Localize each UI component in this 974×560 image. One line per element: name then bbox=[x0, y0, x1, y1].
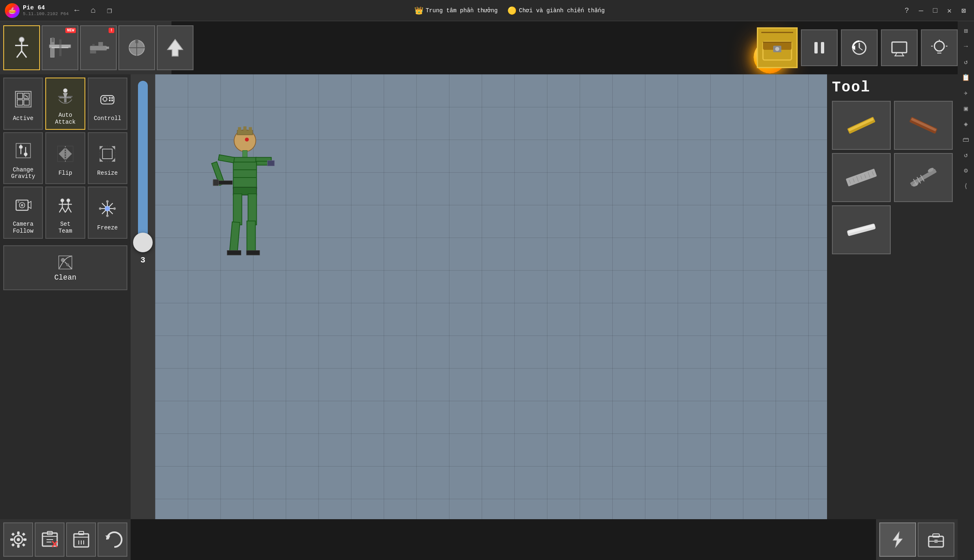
app-name: Pie 64 bbox=[23, 4, 67, 11]
svg-rect-45 bbox=[24, 100, 29, 105]
tool-item-4[interactable] bbox=[894, 153, 953, 202]
svg-point-86 bbox=[67, 199, 70, 202]
svg-rect-44 bbox=[24, 93, 29, 99]
auto-attack-button[interactable]: AutoAttack bbox=[45, 78, 85, 130]
controll-label: Controll bbox=[94, 115, 121, 122]
play-win-label: Chơi và giành chiến thắng bbox=[519, 7, 605, 14]
stickman-character[interactable] bbox=[208, 123, 290, 287]
tool-item-1[interactable] bbox=[832, 101, 891, 150]
slider-thumb[interactable] bbox=[133, 233, 153, 252]
svg-point-84 bbox=[18, 201, 19, 203]
tool-item-3[interactable] bbox=[832, 153, 891, 202]
right-panel-settings-icon[interactable]: ⚙ bbox=[959, 164, 972, 177]
right-panel-refresh-icon[interactable]: ↺ bbox=[959, 56, 972, 69]
right-panel-grid-icon[interactable]: ⊞ bbox=[959, 24, 972, 38]
crown-icon: 👑 bbox=[414, 6, 423, 15]
home-button[interactable]: ⌂ bbox=[85, 2, 101, 19]
svg-rect-126 bbox=[248, 194, 257, 225]
controll-button[interactable]: Controll bbox=[88, 78, 127, 130]
pause-button[interactable] bbox=[801, 29, 838, 66]
svg-rect-125 bbox=[229, 222, 240, 253]
clear-style-button[interactable] bbox=[35, 522, 64, 557]
top-toolbar: NEW ! bbox=[0, 21, 171, 74]
help-button[interactable]: ? bbox=[901, 5, 912, 16]
settings-button[interactable] bbox=[3, 522, 33, 557]
upload-tool-button[interactable] bbox=[157, 25, 193, 70]
svg-rect-111 bbox=[243, 127, 247, 131]
svg-point-83 bbox=[21, 204, 23, 207]
bottom-right-toolbar bbox=[876, 519, 958, 560]
flip-button[interactable]: Flip bbox=[45, 132, 85, 184]
svg-rect-157 bbox=[10, 538, 13, 541]
title-controls: ? — □ ✕ ⊠ bbox=[901, 4, 969, 17]
camera-follow-button[interactable]: CameraFollow bbox=[3, 187, 43, 239]
slider-track[interactable] bbox=[138, 81, 148, 252]
right-panel-plane-icon[interactable]: ✈ bbox=[959, 87, 972, 100]
svg-point-58 bbox=[106, 99, 107, 100]
right-panel-copy-icon[interactable]: 📋 bbox=[959, 71, 972, 84]
svg-marker-19 bbox=[167, 39, 182, 56]
active-icon bbox=[9, 85, 38, 113]
expand-button[interactable]: ⊠ bbox=[958, 4, 969, 17]
maximize-button[interactable]: □ bbox=[930, 5, 941, 16]
back-button[interactable]: ← bbox=[69, 2, 85, 19]
svg-point-56 bbox=[105, 100, 106, 102]
chest-button[interactable] bbox=[757, 27, 798, 68]
svg-rect-10 bbox=[90, 46, 107, 50]
upload-icon bbox=[163, 36, 187, 60]
briefcase-button[interactable] bbox=[918, 522, 954, 557]
lightbulb-button[interactable] bbox=[921, 29, 958, 66]
svg-rect-114 bbox=[242, 151, 247, 158]
svg-point-60 bbox=[111, 97, 113, 99]
right-panel-refresh2-icon[interactable]: ↺ bbox=[959, 149, 972, 162]
play-win-button[interactable]: 🟡 Chơi và giành chiến thắng bbox=[507, 6, 605, 15]
svg-rect-156 bbox=[17, 544, 20, 548]
tool-item-5[interactable] bbox=[832, 205, 891, 254]
change-gravity-button[interactable]: ChangeGravity bbox=[3, 132, 43, 184]
resize-button[interactable]: Resize bbox=[88, 132, 127, 184]
ranged-badge: ! bbox=[109, 28, 114, 33]
resize-icon bbox=[93, 140, 122, 168]
screen-button[interactable] bbox=[881, 29, 918, 66]
camera-follow-label: CameraFollow bbox=[13, 221, 33, 235]
active-button[interactable]: Active bbox=[3, 78, 43, 130]
reward-center-button[interactable]: 👑 Trung tâm phần thưởng bbox=[414, 6, 498, 15]
clean-button[interactable]: Clean bbox=[3, 245, 127, 290]
time-button[interactable] bbox=[841, 29, 878, 66]
close-button[interactable]: ✕ bbox=[944, 4, 955, 17]
svg-point-24 bbox=[775, 47, 779, 51]
main-canvas[interactable] bbox=[155, 74, 827, 519]
coin-icon: 🟡 bbox=[507, 6, 516, 15]
svg-point-35 bbox=[934, 41, 944, 51]
flip-label: Flip bbox=[58, 170, 72, 177]
windows-button[interactable]: ❐ bbox=[101, 2, 118, 19]
right-panel-arrow-icon[interactable]: → bbox=[959, 40, 972, 53]
throwable-tool-button[interactable] bbox=[118, 25, 155, 70]
right-panel-diamond-icon[interactable]: ◈ bbox=[959, 118, 972, 131]
ranged-tool-button[interactable]: ! bbox=[80, 25, 117, 70]
change-gravity-label: ChangeGravity bbox=[11, 167, 35, 180]
freeze-button[interactable]: Freeze bbox=[88, 187, 127, 239]
minimize-button[interactable]: — bbox=[916, 5, 927, 16]
delete-button[interactable] bbox=[66, 522, 96, 557]
right-panel-box-icon[interactable]: ▣ bbox=[959, 102, 972, 115]
melee-tool-button[interactable]: NEW bbox=[42, 25, 78, 70]
svg-rect-11 bbox=[98, 42, 103, 46]
set-team-label: SetTeam bbox=[58, 221, 72, 235]
character-tool-button[interactable] bbox=[3, 25, 40, 70]
auto-attack-label: AutoAttack bbox=[55, 112, 76, 126]
tool-item-2[interactable] bbox=[894, 101, 953, 150]
left-sidebar: Active AutoAttack bbox=[0, 74, 131, 519]
right-panel-archive-icon[interactable]: 🗃 bbox=[959, 133, 972, 146]
set-team-button[interactable]: SetTeam bbox=[45, 187, 85, 239]
svg-rect-74 bbox=[100, 146, 115, 162]
svg-line-4 bbox=[22, 51, 27, 58]
lightning-button[interactable] bbox=[879, 522, 916, 557]
svg-point-57 bbox=[103, 99, 104, 100]
right-panel-chevron-icon[interactable]: ⟨ bbox=[959, 180, 972, 193]
svg-line-29 bbox=[859, 48, 863, 50]
svg-rect-181 bbox=[934, 540, 938, 543]
svg-rect-25 bbox=[814, 42, 818, 53]
undo-button[interactable] bbox=[98, 522, 127, 557]
svg-marker-81 bbox=[28, 201, 31, 209]
